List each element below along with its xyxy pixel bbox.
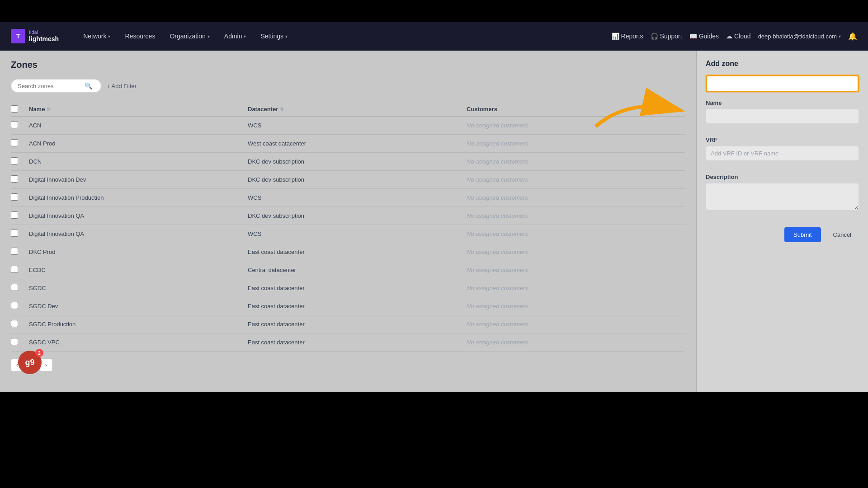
nav-items: Network ▾ Resources Organization ▾ Admin… [77, 29, 611, 43]
nav-admin-chevron: ▾ [244, 34, 246, 39]
row-checkbox-5[interactable] [11, 211, 18, 219]
table-row[interactable]: DCN DKC dev subscription No assigned cus… [11, 153, 685, 171]
panel-title: Add zone [706, 60, 859, 68]
table-row[interactable]: SGDC Production East coast datacenter No… [11, 315, 685, 333]
nav-reports[interactable]: 📊 Reports [612, 33, 643, 40]
row-name-4: Digital Innovation Production [29, 194, 248, 201]
nav-network[interactable]: Network ▾ [77, 29, 117, 43]
toolbar: 🔍 + Add Filter [11, 79, 685, 93]
table-row[interactable]: Digital Innovation QA DKC dev subscripti… [11, 207, 685, 225]
zone-name-input-highlighted[interactable] [706, 75, 859, 92]
table-row[interactable]: ECDC Central datacenter No assigned cust… [11, 261, 685, 279]
sort-datacenter-icon[interactable]: ⇅ [280, 107, 283, 112]
guides-icon: 📖 [689, 33, 697, 40]
row-checkbox-9[interactable] [11, 284, 18, 291]
nav-organization-chevron: ▾ [208, 34, 210, 39]
row-datacenter-2: DKC dev subscription [248, 158, 467, 165]
brand-name: tidal [29, 29, 59, 35]
row-checkbox-12[interactable] [11, 338, 18, 345]
table-row[interactable]: Digital Innovation Production WCS No ass… [11, 189, 685, 207]
notification-bell[interactable]: 🔔 [848, 32, 857, 41]
nav-admin[interactable]: Admin ▾ [218, 29, 253, 43]
support-icon: 🎧 [651, 33, 658, 40]
table-row[interactable]: Digital Innovation Dev DKC dev subscript… [11, 171, 685, 189]
row-checkbox-2[interactable] [11, 157, 18, 164]
row-checkbox-0[interactable] [11, 121, 18, 128]
nav-support-label: Support [660, 33, 682, 40]
table-header: Name ⇅ Datacenter ⇅ Customers [11, 102, 685, 117]
vrf-label: VRF [706, 136, 859, 143]
vrf-group: VRF [706, 136, 859, 167]
row-checkbox-11[interactable] [11, 320, 18, 327]
nav-admin-label: Admin [224, 33, 242, 40]
row-checkbox-8[interactable] [11, 266, 18, 273]
next-page-button[interactable]: › [40, 359, 52, 371]
row-customers-3: No assigned customers [467, 176, 685, 183]
row-customers-4: No assigned customers [467, 194, 685, 201]
description-label: Description [706, 174, 859, 180]
row-checkbox-1[interactable] [11, 139, 18, 146]
submit-button[interactable]: Submit [784, 227, 821, 242]
table-row[interactable]: Digital Innovation QA WCS No assigned cu… [11, 225, 685, 243]
vrf-input[interactable] [706, 146, 859, 161]
nav-network-chevron: ▾ [108, 34, 110, 39]
row-customers-11: No assigned customers [467, 321, 685, 328]
row-checkbox-7[interactable] [11, 248, 18, 255]
row-datacenter-3: DKC dev subscription [248, 176, 467, 183]
col-datacenter: Datacenter ⇅ [248, 105, 467, 113]
row-customers-2: No assigned customers [467, 158, 685, 165]
table-row[interactable]: SGDC VPC East coast datacenter No assign… [11, 333, 685, 352]
row-datacenter-4: WCS [248, 194, 467, 201]
nav-cloud[interactable]: ☁ Cloud [726, 33, 751, 40]
row-datacenter-5: DKC dev subscription [248, 212, 467, 219]
add-filter-button[interactable]: + Add Filter [107, 83, 137, 89]
nav-settings-label: Settings [260, 33, 283, 40]
panel-actions: Submit Cancel [706, 227, 859, 242]
table-row[interactable]: SGDC East coast datacenter No assigned c… [11, 279, 685, 297]
table-row[interactable]: ACN Prod West coast datacenter No assign… [11, 135, 685, 153]
row-datacenter-1: West coast datacenter [248, 140, 467, 147]
logo[interactable]: T tidal lightmesh [11, 29, 59, 43]
cancel-button[interactable]: Cancel [826, 227, 859, 242]
g9-badge[interactable]: g9 2 [18, 351, 42, 374]
pagination: ‹ 1 › [11, 359, 685, 371]
zones-table: Name ⇅ Datacenter ⇅ Customers ACN WCS No… [11, 102, 685, 352]
row-customers-0: No assigned customers [467, 122, 685, 129]
nav-guides-label: Guides [699, 33, 719, 40]
nav-network-label: Network [83, 33, 106, 40]
row-checkbox-4[interactable] [11, 193, 18, 201]
user-email[interactable]: deep.bhalotia@tidalcloud.com ▾ [758, 33, 841, 40]
logo-text: tidal lightmesh [29, 29, 59, 43]
sort-name-icon[interactable]: ⇅ [47, 107, 50, 112]
row-name-6: Digital Innovation QA [29, 230, 248, 237]
row-datacenter-7: East coast datacenter [248, 249, 467, 255]
table-row[interactable]: ACN WCS No assigned customers [11, 117, 685, 135]
nav-resources[interactable]: Resources [118, 29, 161, 43]
row-customers-10: No assigned customers [467, 303, 685, 310]
search-icon: 🔍 [85, 82, 92, 89]
nav-settings[interactable]: Settings ▾ [254, 29, 294, 43]
row-checkbox-10[interactable] [11, 302, 18, 309]
table-row[interactable]: DKC Prod East coast datacenter No assign… [11, 243, 685, 261]
nav-organization[interactable]: Organization ▾ [163, 29, 216, 43]
row-checkbox-6[interactable] [11, 230, 18, 237]
select-all-checkbox[interactable] [11, 105, 18, 113]
name-input[interactable] [706, 109, 859, 124]
row-name-1: ACN Prod [29, 140, 248, 147]
row-name-11: SGDC Production [29, 321, 248, 328]
row-checkbox-3[interactable] [11, 175, 18, 183]
row-customers-9: No assigned customers [467, 285, 685, 291]
col-customers-label: Customers [467, 106, 497, 113]
search-box[interactable]: 🔍 [11, 79, 101, 93]
page-content: Zones 🔍 + Add Filter Name ⇅ [0, 51, 868, 392]
description-group: Description [706, 174, 859, 221]
table-row[interactable]: SGDC Dev East coast datacenter No assign… [11, 297, 685, 315]
description-input[interactable] [706, 183, 859, 210]
row-customers-1: No assigned customers [467, 140, 685, 147]
nav-guides[interactable]: 📖 Guides [689, 33, 719, 40]
search-input[interactable] [18, 83, 81, 89]
nav-organization-label: Organization [170, 33, 205, 40]
row-datacenter-0: WCS [248, 122, 467, 129]
nav-right: 📊 Reports 🎧 Support 📖 Guides ☁ Cloud dee… [612, 32, 857, 41]
nav-support[interactable]: 🎧 Support [651, 33, 682, 40]
